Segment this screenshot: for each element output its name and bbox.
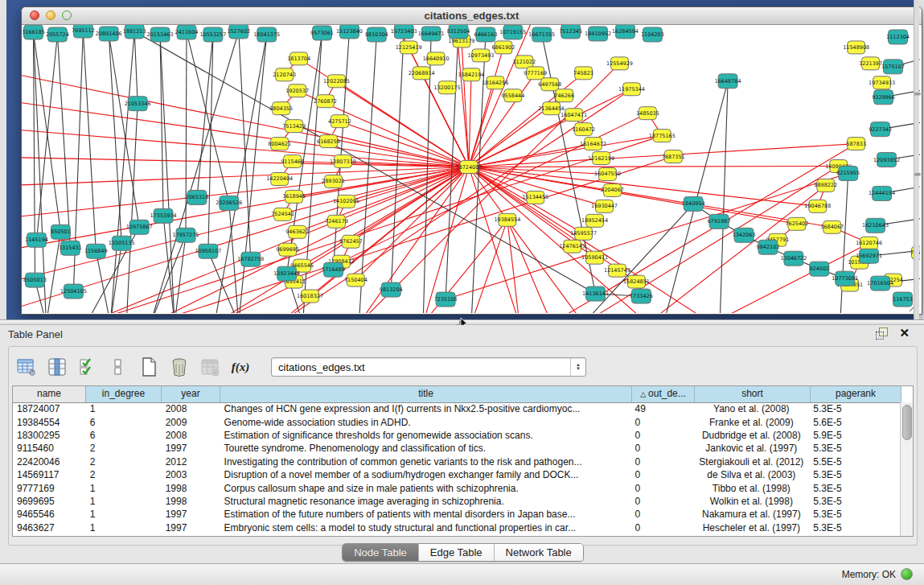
graph-node-yellow[interactable]: 1485035 — [636, 107, 659, 120]
graph-node-yellow[interactable]: 7687351 — [662, 150, 685, 163]
graph-node-yellow[interactable]: 12476143 — [559, 240, 585, 253]
graph-node-yellow[interactable]: 12125419 — [396, 41, 422, 54]
graph-node-teal[interactable]: 16671355 — [528, 27, 555, 42]
graph-node-yellow[interactable]: 2204067 — [601, 183, 624, 196]
table-row[interactable]: 911546021997Tourette syndrome. Phenomeno… — [13, 442, 900, 455]
column-header-name[interactable]: name — [13, 386, 86, 402]
graph-node-teal[interactable]: 17957275 — [173, 228, 199, 242]
graph-node-teal[interactable]: 9573061 — [310, 26, 334, 40]
graph-node-yellow[interactable]: 1160472 — [572, 123, 595, 136]
graph-node-yellow[interactable]: 16047550 — [594, 168, 621, 181]
graph-node-teal[interactable]: 13923445 — [273, 266, 300, 281]
graph-node-teal[interactable]: 12444154 — [869, 186, 895, 200]
graph-node-teal[interactable]: 3315431 — [59, 241, 82, 255]
graph-node-teal[interactable]: 2055724 — [46, 27, 69, 42]
graph-node-teal[interactable]: 16210643 — [862, 218, 889, 233]
network-canvas[interactable]: 1872400718137042120743192053758043557513… — [22, 25, 922, 314]
graph-node-teal[interactable]: 8810304 — [365, 27, 388, 42]
graph-node-yellow[interactable]: 9699695 — [276, 243, 299, 256]
graph-node-yellow[interactable]: 2120743 — [273, 68, 296, 81]
graph-node-yellow[interactable]: 12554929 — [606, 57, 633, 70]
graph-node-teal[interactable]: 21053346 — [125, 97, 151, 111]
graph-node-teal[interactable]: 9813204 — [380, 282, 403, 297]
graph-node-yellow[interactable]: 15842194 — [458, 68, 485, 81]
graph-node-yellow[interactable]: 2760872 — [314, 95, 337, 108]
graph-node-yellow[interactable]: 4275712 — [328, 115, 351, 128]
delete-table-icon[interactable] — [168, 356, 191, 378]
graph-node-teal[interactable]: 9842102 — [757, 240, 780, 254]
graph-node-yellow[interactable]: 9463627 — [285, 225, 309, 238]
network-view-window[interactable]: citations_edges.txt 18724007181370421207… — [21, 6, 922, 315]
graph-node-yellow[interactable]: 746266 — [554, 89, 574, 102]
graph-node-yellow[interactable]: 745823 — [573, 67, 593, 80]
graph-node-yellow[interactable]: 9762457 — [339, 235, 363, 248]
graph-node-teal[interactable]: 850501 — [51, 225, 71, 239]
table-row[interactable]: 977716911998Corpus callosum shape and si… — [13, 481, 900, 494]
graph-node-teal[interactable]: 8312504 — [447, 25, 470, 39]
graph-node-yellow[interactable]: 18164256 — [482, 76, 508, 89]
graph-node-yellow[interactable]: 5804355 — [269, 102, 293, 115]
graph-node-teal[interactable]: 9227343 — [869, 122, 892, 137]
graph-node-teal[interactable]: 1156849 — [84, 244, 108, 258]
graph-node-teal[interactable]: 1104203 — [641, 27, 664, 42]
graph-node-teal[interactable]: 1881213 — [123, 25, 146, 39]
graph-node-yellow[interactable]: 10590411 — [581, 251, 608, 264]
graph-node-yellow[interactable]: 19046788 — [804, 200, 831, 212]
table-row[interactable]: 946362711997Embryonic stem cells: a mode… — [13, 521, 900, 534]
graph-node-teal[interactable]: 1145194 — [25, 233, 48, 247]
graph-node-teal[interactable]: 10553257 — [199, 27, 226, 42]
graph-node-yellow[interactable]: 19734933 — [869, 76, 895, 89]
column-header-pagerank[interactable]: pagerank — [811, 386, 901, 402]
graph-node-teal[interactable]: 17353934 — [150, 208, 177, 223]
graph-node-teal[interactable]: 17016504 — [867, 276, 893, 290]
graph-node-yellow[interactable]: 1221397 — [859, 57, 882, 70]
table-row[interactable]: 969969511998Structural magnetic resonanc… — [13, 495, 900, 508]
graph-node-teal[interactable]: 20153463 — [147, 27, 174, 42]
graph-node-teal[interactable]: 6466160 — [474, 27, 498, 42]
table-row[interactable]: 946554611997Estimation of the future num… — [13, 508, 900, 521]
graph-node-yellow[interactable]: 6168259 — [317, 135, 340, 148]
graph-node-yellow[interactable]: 10973493 — [467, 49, 494, 62]
graph-node-teal[interactable]: 13505135 — [109, 236, 135, 250]
graph-node-yellow[interactable]: 1813704 — [287, 52, 310, 65]
graph-node-yellow[interactable]: 16930447 — [591, 200, 618, 212]
tab-node-table[interactable]: Node Table — [343, 544, 419, 561]
close-panel-icon[interactable]: ✕ — [899, 328, 910, 339]
graph-node-yellow[interactable]: 3684067 — [820, 220, 844, 233]
graph-node-teal[interactable]: 1733426 — [630, 289, 653, 303]
graph-node-teal[interactable]: 6791987 — [708, 214, 731, 229]
graph-node-teal[interactable]: 7695112 — [72, 25, 95, 38]
graph-node-yellow[interactable]: 1920537 — [285, 84, 309, 97]
graph-node-yellow[interactable]: 11548908 — [843, 41, 869, 54]
window-titlebar[interactable]: citations_edges.txt — [22, 7, 922, 25]
graph-node-yellow[interactable]: 7246179 — [325, 215, 348, 228]
graph-node-teal[interactable]: 5716485 — [322, 262, 345, 277]
graph-node-teal[interactable]: 15692971 — [856, 249, 882, 263]
graph-node-teal[interactable]: 1840954 — [682, 196, 705, 211]
graph-node-yellow[interactable]: 14595577 — [570, 227, 597, 240]
graph-node-teal[interactable]: 10773081 — [832, 271, 858, 286]
graph-node-yellow[interactable]: 7150404 — [344, 274, 368, 286]
table-row[interactable]: 1872400712008Changes of HCN gene express… — [13, 402, 900, 415]
float-panel-icon[interactable] — [876, 328, 888, 339]
graph-node-yellow[interactable]: 19384554 — [494, 213, 520, 226]
graph-node-yellow[interactable]: 6861902 — [491, 41, 515, 54]
graph-node-teal[interactable]: 2065316 — [186, 190, 209, 204]
graph-node-yellow[interactable]: 13807310 — [330, 155, 356, 168]
table-scrollbar-thumb[interactable] — [902, 405, 912, 440]
table-row[interactable]: 1456911722003Disruption of a novel membe… — [13, 468, 900, 481]
graph-node-teal[interactable]: 1342063 — [733, 228, 756, 242]
graph-node-yellow[interactable]: 18775165 — [649, 130, 676, 142]
graph-node-teal[interactable]: 20891406 — [96, 27, 122, 41]
row-height-icon[interactable] — [107, 356, 129, 378]
column-header-out_de[interactable]: △out_de... — [632, 386, 695, 402]
graph-node-teal[interactable]: 14136141 — [582, 286, 609, 301]
graph-node-teal[interactable]: 7512345 — [559, 25, 582, 39]
graph-node-yellow[interactable]: 3618945 — [282, 190, 306, 203]
graph-node-yellow[interactable]: 13200175 — [434, 81, 461, 94]
select-rows-icon[interactable] — [76, 356, 99, 378]
graph-node-yellow[interactable]: 16640910 — [423, 52, 450, 65]
table-scrollbar[interactable] — [900, 402, 913, 536]
graph-node-yellow[interactable]: 22068914 — [409, 67, 435, 80]
table-selector-dropdown[interactable]: citations_edges.txt ▲▼ — [271, 357, 586, 377]
